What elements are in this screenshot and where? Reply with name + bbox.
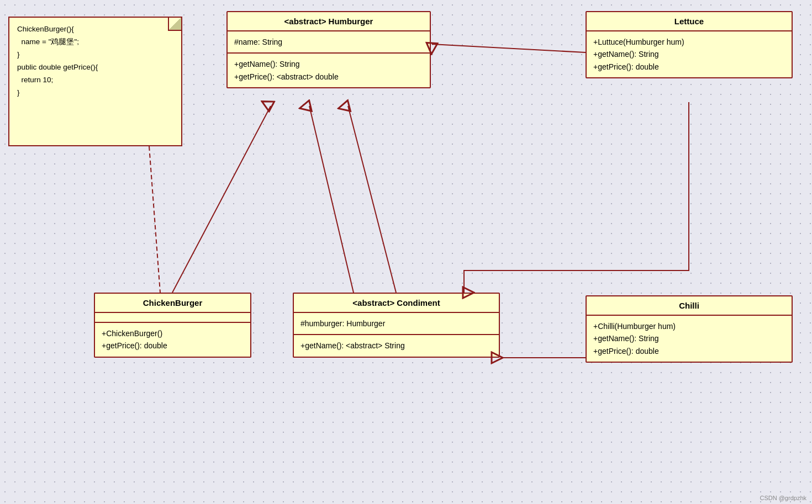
condiment-field: #humburger: Humburger [294, 313, 499, 335]
svg-line-2 [172, 106, 271, 293]
lettuce-methods: +Luttuce(Humburger hum) +getName(): Stri… [587, 31, 792, 77]
chilli-title: Chilli [587, 296, 792, 316]
condiment-methods: +getName(): <abstract> String [294, 335, 499, 356]
chickenburger-title: ChickenBurger [95, 294, 250, 313]
watermark: CSDN @grdpzhk [760, 495, 806, 501]
condiment-class: <abstract> Condiment #humburger: Humburg… [293, 293, 500, 358]
chickenburger-class: ChickenBurger +ChickenBurger() +getPrice… [94, 293, 251, 358]
humburger-class: <abstract> Humburger #name: String +getN… [226, 11, 431, 88]
svg-line-3 [309, 106, 354, 293]
lettuce-class: Lettuce +Luttuce(Humburger hum) +getName… [586, 11, 793, 78]
svg-line-7 [348, 106, 396, 293]
humburger-title: <abstract> Humburger [228, 12, 430, 31]
lettuce-title: Lettuce [587, 12, 792, 31]
chickenburger-methods: +ChickenBurger() +getPrice(): double [95, 323, 250, 357]
svg-line-6 [149, 146, 160, 293]
chilli-class: Chilli +Chilli(Humburger hum) +getName()… [586, 295, 793, 363]
humburger-methods: +getName(): String +getPrice(): <abstrac… [228, 54, 430, 87]
note-box: ChickenBurger(){ name = "鸡腿堡"; } public … [8, 17, 182, 146]
condiment-title: <abstract> Condiment [294, 294, 499, 313]
humburger-field: #name: String [228, 31, 430, 54]
svg-line-4 [432, 44, 586, 52]
chilli-methods: +Chilli(Humburger hum) +getName(): Strin… [587, 316, 792, 362]
chickenburger-separator [95, 313, 250, 323]
